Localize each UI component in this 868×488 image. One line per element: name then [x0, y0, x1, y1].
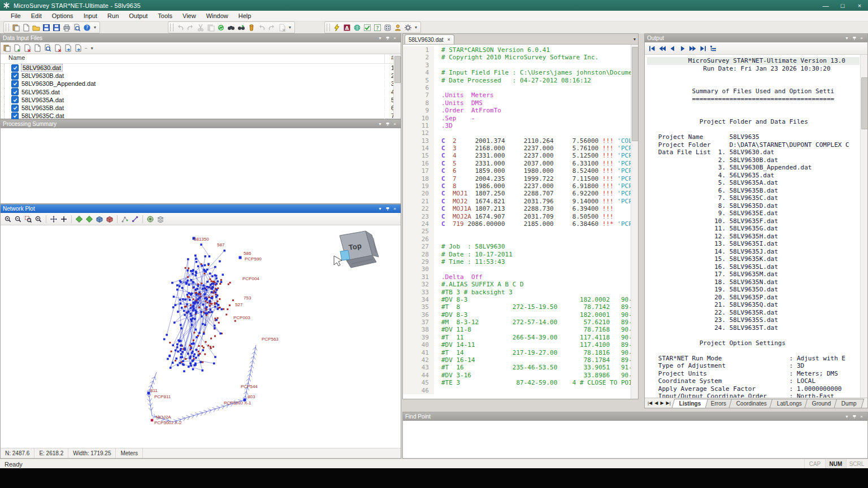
panel-menu-icon[interactable]: ▾ — [843, 35, 850, 41]
file-name[interactable]: 58LV9630B_Appended.dat — [21, 80, 384, 87]
show-names-icon[interactable] — [84, 214, 94, 224]
close-button[interactable]: × — [851, 0, 868, 11]
panel-menu-icon[interactable]: ▾ — [376, 206, 384, 212]
pin-icon[interactable] — [850, 35, 858, 41]
page-back-icon[interactable] — [657, 43, 667, 53]
file-checkbox[interactable] — [11, 72, 19, 80]
forward-icon[interactable] — [678, 43, 688, 53]
output-tab-ground[interactable]: Ground — [805, 399, 839, 408]
panel-menu-icon[interactable]: ▾ — [376, 35, 384, 41]
output-body[interactable]: MicroSurvey STAR*NET-Ultimate Version 13… — [645, 55, 867, 398]
output-tab-latlongs[interactable]: Lat/Longs — [770, 399, 810, 408]
file-row[interactable]: 58LV9630B.dat2 — [1, 72, 401, 80]
zoom-window-icon[interactable] — [23, 214, 33, 224]
user-settings-icon[interactable] — [393, 23, 403, 32]
zoom-out-icon[interactable] — [13, 214, 23, 224]
menu-edit[interactable]: Edit — [26, 11, 47, 20]
add-file-icon[interactable] — [12, 43, 22, 53]
network-plot-canvas[interactable]: 581350587586PCP590PCP004753527PCP003PCP5… — [1, 225, 401, 448]
output-tab-dump[interactable]: Dump — [834, 399, 863, 408]
pin-icon[interactable] — [384, 121, 391, 127]
remove-file-icon[interactable] — [22, 43, 32, 53]
cut-icon[interactable] — [196, 23, 206, 32]
file-name[interactable]: 58LV9635B.dat — [21, 104, 384, 111]
file-row[interactable]: 58LV9630.dat1 — [1, 64, 401, 72]
open-data-file-icon[interactable] — [42, 43, 53, 53]
file-name[interactable]: 58LV9630B.dat — [21, 72, 384, 79]
file-checkbox[interactable] — [11, 112, 19, 120]
rotate-left-icon[interactable] — [257, 23, 267, 32]
column-name[interactable]: Name — [1, 54, 385, 63]
editor-scrollbar[interactable] — [631, 45, 638, 399]
file-row[interactable]: 58LV9635A.dat5 — [1, 96, 401, 104]
editor-tab-58lv9630[interactable]: 58LV9630.dat × — [405, 34, 454, 44]
file-name[interactable]: 58LV9630.dat — [21, 64, 384, 71]
show-points-icon[interactable] — [74, 214, 84, 224]
fill-icon[interactable] — [246, 23, 257, 32]
print-preview-icon[interactable] — [72, 23, 82, 32]
file-row[interactable]: 58LV9635B.dat6 — [1, 104, 401, 112]
close-icon[interactable]: × — [391, 35, 398, 41]
orientation-cube[interactable]: Top — [334, 231, 379, 268]
pin-icon[interactable] — [850, 413, 858, 420]
editor-body[interactable]: 1# STAR*CARLSON Version 6.0.412# Copyrig… — [403, 45, 638, 399]
save-all-icon[interactable] — [51, 23, 62, 32]
new-project-icon[interactable] — [11, 23, 21, 32]
view-3d-icon[interactable] — [94, 214, 105, 224]
tab-scroll-last-icon[interactable]: ▶| — [665, 400, 672, 406]
process-icon[interactable] — [383, 23, 393, 32]
menu-options[interactable]: Options — [47, 11, 79, 20]
print-icon[interactable] — [62, 23, 72, 32]
undo-icon[interactable] — [175, 23, 185, 32]
refresh-icon[interactable] — [216, 23, 226, 32]
back-icon[interactable] — [667, 43, 678, 53]
file-row[interactable]: 58LV9630B_Appended.dat3 — [1, 80, 401, 88]
delete-file-icon[interactable] — [53, 43, 63, 53]
menu-view[interactable]: View — [177, 11, 201, 20]
help-topic-icon[interactable] — [372, 23, 383, 32]
close-icon[interactable]: × — [858, 413, 865, 420]
toolbar-grip[interactable] — [6, 24, 9, 31]
table-of-contents-icon[interactable] — [708, 43, 718, 53]
page-forward-icon[interactable] — [688, 43, 698, 53]
menu-tools[interactable]: Tools — [153, 11, 177, 20]
pan-icon[interactable] — [49, 214, 59, 224]
toolbar-overflow-icon[interactable]: ▾ — [413, 25, 419, 30]
menu-file[interactable]: File — [6, 11, 26, 20]
panel-splitter[interactable] — [401, 33, 402, 459]
close-icon[interactable]: × — [391, 206, 398, 212]
toolbar-grip[interactable] — [170, 24, 173, 31]
pin-icon[interactable] — [384, 35, 391, 41]
run-adjustment-icon[interactable] — [332, 23, 342, 32]
minimize-button[interactable]: — — [817, 0, 834, 11]
move-file-in-icon[interactable] — [63, 43, 73, 53]
paste-icon[interactable] — [206, 23, 216, 32]
tab-scroll-left-icon[interactable]: ◀ — [653, 400, 659, 406]
tab-scroll-first-icon[interactable]: |◀ — [646, 400, 653, 406]
tab-scroll-right-icon[interactable]: ▶ — [659, 400, 665, 406]
panel-menu-icon[interactable]: ▾ — [376, 121, 384, 127]
save-file-icon[interactable] — [41, 23, 51, 32]
menu-help[interactable]: Help — [233, 11, 257, 20]
check-data-icon[interactable] — [362, 23, 372, 32]
toolbar-overflow-icon[interactable]: ▾ — [92, 25, 98, 30]
rotate-right-icon[interactable] — [267, 23, 277, 32]
help-icon[interactable] — [82, 23, 92, 32]
find-next-icon[interactable] — [236, 23, 246, 32]
delete-icon[interactable] — [277, 23, 287, 32]
zoom-in-icon[interactable] — [3, 214, 13, 224]
layers-icon[interactable] — [155, 214, 166, 224]
close-icon[interactable]: × — [391, 121, 398, 127]
file-checkbox[interactable] — [11, 88, 19, 95]
find-icon[interactable] — [226, 23, 236, 32]
collapse-icon[interactable]: − — [83, 46, 89, 51]
file-name[interactable]: 56LV9635.dat — [21, 89, 384, 95]
insert-file-icon[interactable] — [2, 43, 12, 53]
output-tab-coordinates[interactable]: Coordinates — [729, 399, 775, 408]
output-scrollbar[interactable] — [860, 55, 867, 398]
file-checkbox[interactable] — [11, 96, 19, 103]
crosshair-icon[interactable] — [59, 214, 69, 224]
traverse-icon[interactable] — [120, 214, 130, 224]
file-list-dropdown-icon[interactable]: ▾ — [89, 46, 95, 51]
redo-icon[interactable] — [185, 23, 196, 32]
